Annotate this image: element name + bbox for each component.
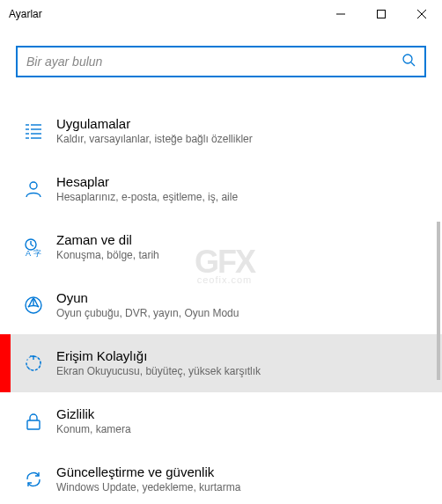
window-controls bbox=[320, 0, 442, 28]
gaming-icon bbox=[18, 296, 49, 315]
category-text: Oyun Oyun çubuğu, DVR, yayın, Oyun Modu bbox=[56, 289, 239, 321]
search-input[interactable] bbox=[26, 55, 401, 69]
category-desc: Konuşma, bölge, tarih bbox=[56, 249, 159, 263]
window-title: Ayarlar bbox=[0, 8, 320, 20]
privacy-icon bbox=[18, 412, 49, 431]
category-title: Gizlilik bbox=[56, 405, 131, 423]
scrollbar[interactable] bbox=[437, 222, 440, 380]
category-title: Oyun bbox=[56, 289, 239, 307]
search-box[interactable] bbox=[16, 46, 426, 77]
category-text: Uygulamalar Kaldır, varsayılanlar, isteğ… bbox=[56, 115, 253, 147]
accounts-icon bbox=[18, 179, 49, 199]
category-apps[interactable]: Uygulamalar Kaldır, varsayılanlar, isteğ… bbox=[16, 102, 426, 160]
minimize-icon bbox=[336, 10, 345, 18]
category-desc: Ekran Okuyucusu, büyüteç, yüksek karşıtl… bbox=[56, 365, 261, 379]
maximize-icon bbox=[377, 10, 386, 18]
category-title: Hesaplar bbox=[56, 173, 238, 191]
category-accounts[interactable]: Hesaplar Hesaplarınız, e-posta, eşitleme… bbox=[16, 160, 426, 218]
titlebar: Ayarlar bbox=[0, 0, 442, 28]
category-text: Zaman ve dil Konuşma, bölge, tarih bbox=[56, 231, 159, 263]
category-desc: Hesaplarınız, e-posta, eşitleme, iş, ail… bbox=[56, 191, 238, 205]
category-text: Erişim Kolaylığı Ekran Okuyucusu, büyüte… bbox=[56, 347, 261, 379]
close-icon bbox=[417, 10, 426, 18]
svg-rect-1 bbox=[378, 11, 386, 18]
svg-text:字: 字 bbox=[33, 249, 41, 258]
svg-rect-23 bbox=[27, 420, 40, 429]
search-icon bbox=[401, 53, 416, 70]
content-area: Uygulamalar Kaldır, varsayılanlar, isteğ… bbox=[0, 28, 442, 504]
svg-line-5 bbox=[411, 62, 415, 66]
category-title: Güncelleştirme ve güvenlik bbox=[56, 464, 240, 481]
ease-of-access-icon bbox=[18, 354, 49, 373]
category-title: Zaman ve dil bbox=[56, 231, 159, 249]
svg-point-4 bbox=[403, 55, 412, 63]
category-update-security[interactable]: Güncelleştirme ve güvenlik Windows Updat… bbox=[16, 450, 426, 504]
maximize-button[interactable] bbox=[361, 0, 401, 28]
category-title: Erişim Kolaylığı bbox=[56, 347, 261, 365]
svg-line-17 bbox=[31, 245, 33, 246]
category-privacy[interactable]: Gizlilik Konum, kamera bbox=[16, 392, 426, 450]
category-title: Uygulamalar bbox=[56, 115, 253, 133]
category-desc: Kaldır, varsayılanlar, isteğe bağlı özel… bbox=[56, 133, 253, 147]
category-desc: Konum, kamera bbox=[56, 423, 131, 437]
category-text: Güncelleştirme ve güvenlik Windows Updat… bbox=[56, 464, 240, 495]
apps-icon bbox=[18, 121, 49, 141]
category-time-language[interactable]: A 字 Zaman ve dil Konuşma, bölge, tarih bbox=[16, 218, 426, 276]
time-language-icon: A 字 bbox=[18, 237, 49, 258]
minimize-button[interactable] bbox=[320, 0, 361, 28]
category-desc: Oyun çubuğu, DVR, yayın, Oyun Modu bbox=[56, 307, 239, 321]
category-gaming[interactable]: Oyun Oyun çubuğu, DVR, yayın, Oyun Modu bbox=[16, 276, 426, 334]
category-text: Gizlilik Konum, kamera bbox=[56, 405, 131, 437]
category-ease-of-access[interactable]: Erişim Kolaylığı Ekran Okuyucusu, büyüte… bbox=[0, 334, 442, 392]
category-desc: Windows Update, yedekleme, kurtarma bbox=[56, 481, 240, 495]
close-button[interactable] bbox=[401, 0, 442, 28]
update-security-icon bbox=[18, 470, 49, 489]
svg-text:A: A bbox=[26, 249, 31, 258]
svg-point-14 bbox=[30, 182, 37, 189]
category-text: Hesaplar Hesaplarınız, e-posta, eşitleme… bbox=[56, 173, 238, 205]
category-list: Uygulamalar Kaldır, varsayılanlar, isteğ… bbox=[16, 102, 426, 504]
